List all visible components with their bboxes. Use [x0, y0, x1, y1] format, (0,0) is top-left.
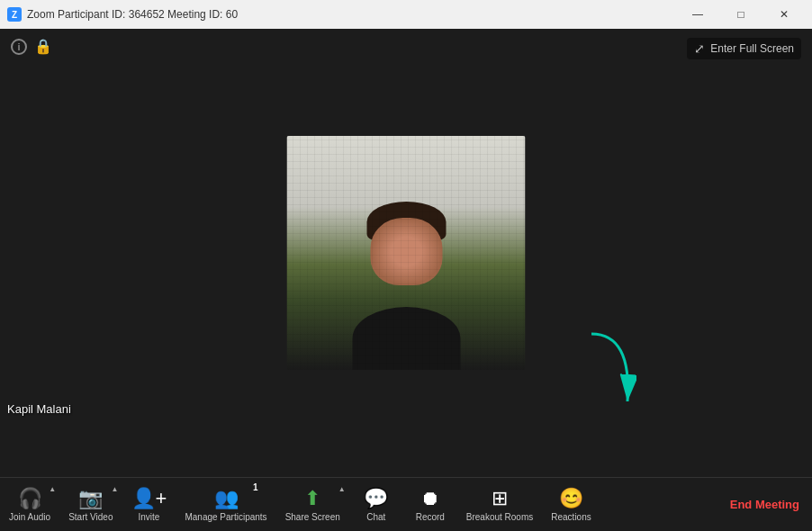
teal-arrow	[582, 329, 636, 414]
record-button[interactable]: ⏺ Record	[403, 478, 457, 532]
join-audio-button[interactable]: 🎧 Join Audio ▲	[0, 478, 59, 532]
invite-label: Invite	[139, 512, 160, 522]
invite-icon: 👤+	[131, 487, 167, 510]
reactions-label: Reactions	[551, 512, 591, 522]
start-video-icon: 📷	[78, 487, 103, 510]
breakout-rooms-icon: ⊞	[492, 487, 508, 510]
participants-badge: 1	[253, 482, 258, 492]
zoom-logo-text: Z	[12, 10, 17, 20]
record-label: Record	[416, 512, 445, 522]
start-video-arrow: ▲	[112, 485, 119, 493]
share-screen-icon: ⬆	[304, 487, 320, 510]
title-bar: Z Zoom Participant ID: 364652 Meeting ID…	[0, 0, 812, 29]
manage-participants-label: Manage Participants	[185, 512, 266, 522]
title-bar-left: Z Zoom Participant ID: 364652 Meeting ID…	[7, 7, 238, 22]
share-screen-arrow: ▲	[338, 485, 346, 493]
toolbar-left: 🎧 Join Audio ▲ 📷 Start Video ▲ 👤+ Invite…	[0, 478, 717, 532]
lock-icon: 🔒	[34, 38, 52, 55]
fullscreen-icon: ⤢	[694, 41, 705, 56]
chat-button[interactable]: 💬 Chat	[349, 478, 403, 532]
video-feed-container	[287, 136, 526, 370]
toolbar-right: End Meeting	[717, 478, 812, 532]
join-audio-label: Join Audio	[9, 512, 50, 522]
main-content: i 🔒 ⤢ Enter Full Screen Kapil Malani	[0, 29, 812, 477]
maximize-button[interactable]: □	[720, 0, 762, 29]
reactions-button[interactable]: 😊 Reactions	[542, 478, 600, 532]
fullscreen-button[interactable]: ⤢ Enter Full Screen	[687, 38, 801, 59]
reactions-icon: 😊	[559, 487, 583, 510]
join-audio-arrow: ▲	[49, 485, 56, 493]
toolbar: 🎧 Join Audio ▲ 📷 Start Video ▲ 👤+ Invite…	[0, 477, 812, 531]
maximize-icon: □	[737, 8, 744, 21]
chat-label: Chat	[366, 512, 385, 522]
manage-participants-icon: 👥	[214, 487, 239, 510]
record-icon: ⏺	[420, 487, 440, 510]
minimize-icon: —	[692, 8, 703, 21]
end-meeting-button[interactable]: End Meeting	[717, 478, 812, 532]
zoom-logo: Z	[7, 7, 22, 22]
fullscreen-label: Enter Full Screen	[710, 42, 794, 55]
breakout-rooms-button[interactable]: ⊞ Breakout Rooms	[457, 478, 542, 532]
title-controls: — □ ✕	[677, 0, 805, 29]
invite-button[interactable]: 👤+ Invite	[122, 478, 176, 532]
close-button[interactable]: ✕	[763, 0, 805, 29]
share-screen-button[interactable]: ⬆ Share Screen ▲	[276, 478, 349, 532]
minimize-button[interactable]: —	[677, 0, 718, 29]
join-audio-icon: 🎧	[18, 487, 42, 510]
info-icon[interactable]: i	[11, 39, 27, 55]
participant-name-label: Kapil Malani	[7, 402, 71, 416]
chat-icon: 💬	[364, 487, 388, 510]
start-video-label: Start Video	[68, 512, 113, 522]
end-meeting-label: End Meeting	[730, 498, 799, 511]
window-title: Zoom Participant ID: 364652 Meeting ID: …	[27, 8, 238, 21]
pixelate-overlay	[287, 136, 526, 370]
share-screen-label: Share Screen	[285, 512, 340, 522]
manage-participants-button[interactable]: 👥 1 Manage Participants	[176, 478, 275, 532]
breakout-rooms-label: Breakout Rooms	[466, 512, 533, 522]
start-video-button[interactable]: 📷 Start Video ▲	[59, 478, 122, 532]
top-left-icons: i 🔒	[11, 38, 52, 55]
video-feed	[287, 136, 526, 370]
close-icon: ✕	[780, 8, 789, 21]
